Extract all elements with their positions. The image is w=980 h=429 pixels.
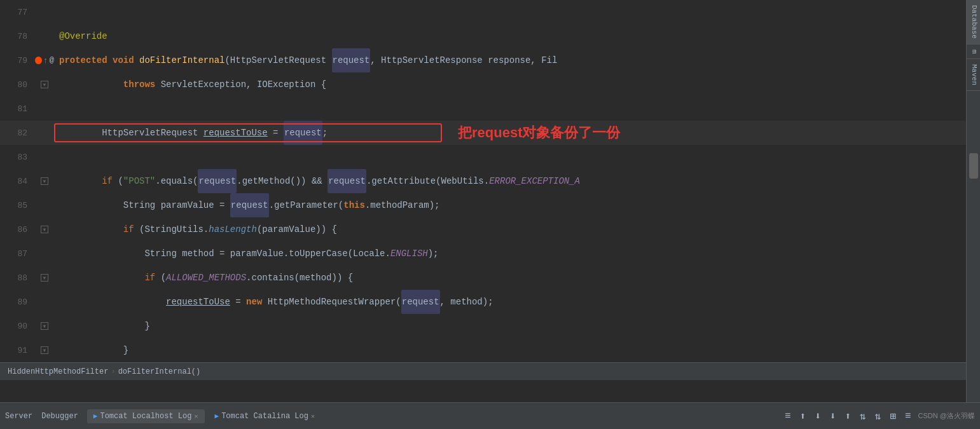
- breadcrumb-class: HiddenHttpMethodFilter: [8, 367, 108, 376]
- param-request-1: request: [332, 48, 371, 72]
- fold-80[interactable]: ▼: [41, 81, 48, 88]
- code-line-91: 91 ▼ }: [0, 338, 966, 362]
- line-content-77: [54, 0, 966, 24]
- tab-debugger[interactable]: Debugger: [41, 412, 78, 421]
- code-lines: 77 78 @Override 79 ↑ @: [0, 0, 966, 362]
- breadcrumb-sep: ›: [111, 367, 115, 376]
- log-icon-1: ▶: [93, 412, 98, 420]
- method-hasLength: hasLength: [209, 217, 257, 242]
- code-editor: 77 78 @Override 79 ↑ @: [0, 0, 966, 402]
- kw-if-86: if: [123, 217, 134, 242]
- line-number-91: 91: [0, 346, 35, 355]
- code-line-80: 80 ▼ throws ServletException, IOExceptio…: [0, 72, 966, 97]
- line-number-89: 89: [0, 297, 35, 307]
- tab-tomcat-catalina-close[interactable]: ✕: [311, 412, 315, 420]
- line-number-79: 79: [0, 56, 35, 65]
- static-english: ENGLISH: [390, 242, 428, 266]
- sidebar-tab-maven[interactable]: Maven: [967, 59, 980, 91]
- code-line-78: 78 @Override: [0, 24, 966, 48]
- line-content-81: [54, 97, 966, 121]
- gutter-84: ▼: [35, 177, 54, 185]
- kw-if-84: if: [102, 169, 113, 193]
- line-number-82: 82: [0, 128, 35, 138]
- toolbar-icon-swap1[interactable]: ⇅: [858, 408, 868, 425]
- tab-server[interactable]: Server: [5, 412, 32, 421]
- gutter-88: ▼: [35, 274, 54, 282]
- tab-tomcat-catalina-label: Tomcat Catalina Log: [221, 412, 308, 421]
- code-line-87: 87 String method = paramValue.toUpperCas…: [0, 242, 966, 266]
- kw-protected: protected: [59, 48, 107, 72]
- line-number-78: 78: [0, 32, 35, 41]
- fold-84[interactable]: ▼: [41, 177, 48, 185]
- breadcrumb-method: doFilterInternal(): [118, 367, 201, 376]
- line-content-86: if (StringUtils. hasLength (paramValue))…: [54, 217, 966, 242]
- gutter-90: ▼: [35, 322, 54, 330]
- line-content-87: String method = paramValue.toUpperCase(L…: [54, 242, 966, 266]
- line-number-80: 80: [0, 80, 35, 90]
- toolbar-icon-down1[interactable]: ⬇: [813, 408, 823, 425]
- line-number-83: 83: [0, 153, 35, 162]
- at-symbol: @: [50, 56, 54, 65]
- gutter-86: ▼: [35, 226, 54, 233]
- toolbar-icon-swap2[interactable]: ⇅: [873, 408, 883, 425]
- kw-this: this: [343, 193, 365, 217]
- line-content-80: throws ServletException, IOException {: [54, 72, 966, 97]
- tab-tomcat-catalina[interactable]: ▶ Tomcat Catalina Log ✕: [209, 409, 321, 423]
- code-line-84: 84 ▼ if ( "POST" .equals( request .getMe…: [0, 169, 966, 193]
- line-content-91: }: [54, 338, 966, 362]
- toolbar-icon-list[interactable]: ≡: [903, 409, 913, 424]
- line-number-85: 85: [0, 201, 35, 210]
- gutter-80: ▼: [35, 81, 54, 88]
- sidebar-tab-m[interactable]: m: [967, 44, 980, 60]
- tab-tomcat-localhost[interactable]: ▶ Tomcat Localhost Log ✕: [87, 409, 205, 423]
- code-line-83: 83: [0, 145, 966, 169]
- line-content-78: @Override: [54, 24, 966, 48]
- line-content-90: }: [54, 314, 966, 338]
- param-request-4: request: [328, 169, 366, 193]
- fold-90[interactable]: ▼: [41, 322, 48, 330]
- toolbar-icon-down2[interactable]: ⬇: [828, 408, 838, 425]
- annotation-override: @Override: [59, 24, 107, 48]
- toolbar-icon-up1[interactable]: ⬆: [798, 408, 808, 425]
- scrollbar-track[interactable]: [967, 91, 980, 402]
- code-line-85: 85 String paramValue = request .getParam…: [0, 193, 966, 217]
- kw-if-88: if: [144, 266, 155, 290]
- line-number-90: 90: [0, 322, 35, 331]
- toolbar-icon-grid[interactable]: ⊞: [888, 408, 898, 425]
- gutter-91: ▼: [35, 346, 54, 354]
- fold-86[interactable]: ▼: [41, 226, 48, 233]
- line-number-84: 84: [0, 177, 35, 186]
- code-line-81: 81: [0, 97, 966, 121]
- kw-void: void: [113, 48, 134, 72]
- fold-91[interactable]: ▼: [41, 346, 48, 354]
- line-content-88: if ( ALLOWED_METHODS .contains(method)) …: [54, 266, 966, 290]
- bottom-toolbar: Server Debugger ▶ Tomcat Localhost Log ✕…: [0, 402, 980, 429]
- line-number-87: 87: [0, 249, 35, 259]
- kw-throws: throws: [123, 72, 155, 97]
- string-post: "POST": [123, 169, 155, 193]
- main-area: 77 78 @Override 79 ↑ @: [0, 0, 980, 402]
- line-number-88: 88: [0, 273, 35, 283]
- sidebar-tab-database[interactable]: Database: [967, 0, 980, 44]
- gutter-79: ↑ @: [35, 56, 54, 65]
- fold-88[interactable]: ▼: [41, 274, 48, 282]
- annotation-label: 把request对象备份了一份: [458, 121, 620, 145]
- line-number-86: 86: [0, 225, 35, 235]
- line-content-83: [54, 145, 966, 169]
- tab-tomcat-localhost-close[interactable]: ✕: [194, 412, 198, 420]
- var-requestToUse: requestToUse: [204, 121, 268, 145]
- toolbar-icons: ≡ ⬆ ⬇ ⬇ ⬆ ⇅ ⇅ ⊞ ≡ CSDN @洛火羽蝶: [783, 408, 975, 425]
- code-line-82: 82 HttpServletRequest requestToUse = req…: [0, 121, 966, 145]
- toolbar-icon-menu[interactable]: ≡: [783, 409, 793, 424]
- toolbar-icon-up2[interactable]: ⬆: [843, 408, 853, 425]
- param-request-5: request: [230, 193, 269, 217]
- current-line-arrow: ↑: [43, 56, 48, 65]
- param-request-6: request: [401, 290, 440, 314]
- var-requestToUse-2: requestToUse: [166, 290, 230, 314]
- static-allowed-methods: ALLOWED_METHODS: [166, 266, 246, 290]
- breakpoint-icon[interactable]: [35, 57, 42, 64]
- line-content-89: requestToUse = new HttpMethodRequestWrap…: [54, 290, 966, 314]
- log-icon-2: ▶: [215, 412, 219, 420]
- scrollbar-thumb[interactable]: [969, 153, 978, 179]
- right-sidebar: Database m Maven: [966, 0, 980, 402]
